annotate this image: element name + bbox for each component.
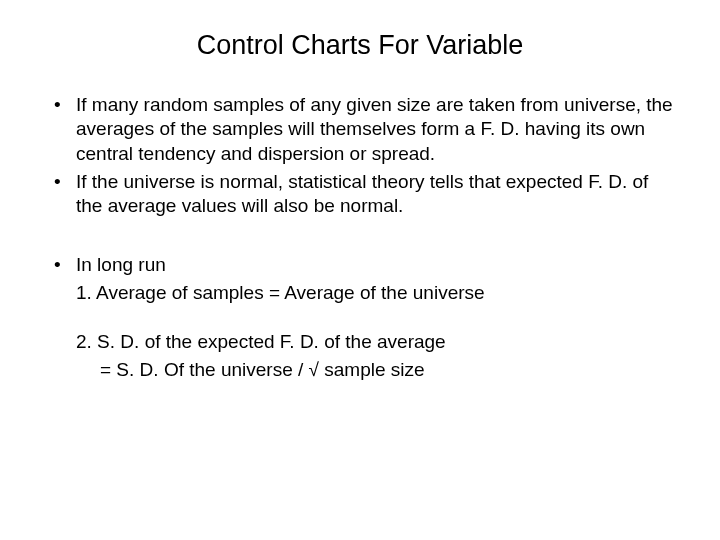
bullet-text: In long run	[76, 253, 680, 277]
bullet-item: If the universe is normal, statistical t…	[40, 170, 680, 219]
bullet-text: If many random samples of any given size…	[76, 93, 680, 166]
sub-item-indent: = S. D. Of the universe / √ sample size	[40, 358, 680, 382]
sub-item: 1. Average of samples = Average of the u…	[40, 281, 680, 305]
slide-title: Control Charts For Variable	[40, 30, 680, 61]
bullet-item: If many random samples of any given size…	[40, 93, 680, 166]
bullet-text: If the universe is normal, statistical t…	[76, 170, 680, 219]
sub-item: 2. S. D. of the expected F. D. of the av…	[40, 330, 680, 354]
bullet-list: In long run	[40, 253, 680, 277]
bullet-item: In long run	[40, 253, 680, 277]
bullet-list: If many random samples of any given size…	[40, 93, 680, 219]
